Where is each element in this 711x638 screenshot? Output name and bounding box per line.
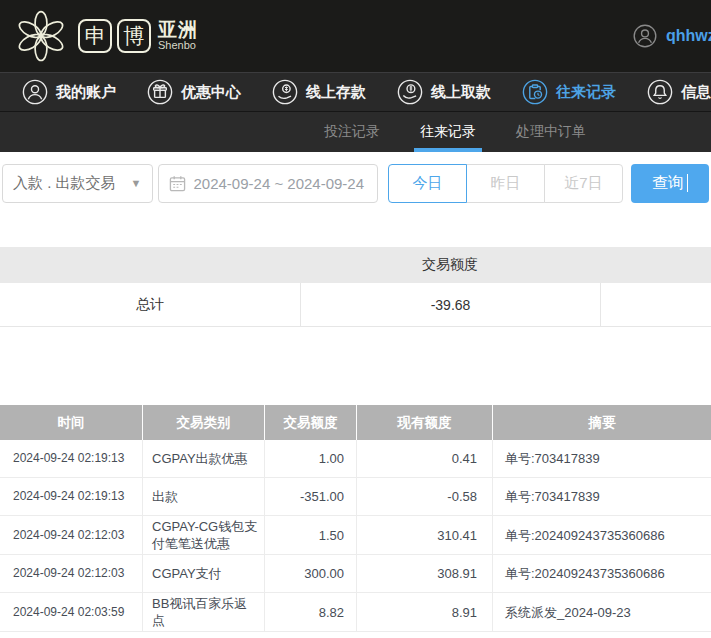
cell-balance: 0.41 xyxy=(357,440,493,478)
gift-icon xyxy=(147,79,173,105)
yesterday-button[interactable]: 昨日 xyxy=(466,164,545,203)
transaction-records-page: 申 博 亚洲 Shenbo qhhwz 我的账户 xyxy=(0,0,711,638)
column-header-time: 时间 xyxy=(0,405,143,440)
summary-table: 交易额度 总计 -39.68 xyxy=(0,247,711,327)
main-navigation: 我的账户 优惠中心 线上存款 xyxy=(0,72,711,112)
cell-time: 2024-09-24 02:19:13 xyxy=(0,440,143,478)
column-header-amount: 交易额度 xyxy=(265,405,357,440)
summary-header-spacer xyxy=(0,247,300,283)
cell-summary: 单号:202409243735360686 xyxy=(493,555,711,593)
tab-betting-records[interactable]: 投注记录 xyxy=(318,112,386,152)
nav-label: 线上存款 xyxy=(306,83,366,102)
logo-char-shen: 申 xyxy=(78,19,112,53)
last-7-days-button[interactable]: 近7日 xyxy=(544,164,623,203)
table-row: 2024-09-24 02:19:13 CGPAY出款优惠 1.00 0.41 … xyxy=(0,440,711,478)
transaction-type-value: 入款 . 出款交易 xyxy=(13,174,116,193)
cell-time: 2024-09-24 02:19:13 xyxy=(0,478,143,516)
logo-char-bo: 博 xyxy=(117,19,151,53)
cell-amount: 300.00 xyxy=(265,555,357,593)
nav-label: 线上取款 xyxy=(431,83,491,102)
summary-header-label: 交易额度 xyxy=(300,247,600,283)
cell-summary: 单号:703417839 xyxy=(493,478,711,516)
cell-balance: 308.91 xyxy=(357,555,493,593)
cell-summary: 系统派发_2024-09-23 xyxy=(493,593,711,632)
sub-navigation: 投注记录 往来记录 处理中订单 xyxy=(0,112,711,152)
nav-label: 往来记录 xyxy=(556,83,616,102)
site-logo[interactable]: 申 博 亚洲 Shenbo xyxy=(14,9,198,63)
nav-label: 信息 xyxy=(681,83,711,102)
cell-type: CGPAY出款优惠 xyxy=(143,440,265,478)
cell-amount: 1.50 xyxy=(265,516,357,555)
logo-subtitle-text: Shenbo xyxy=(158,40,198,52)
cell-balance: 8.91 xyxy=(357,593,493,632)
filter-toolbar: 入款 . 出款交易 ▼ 2024-09-24 ~ 2024-09-24 今日 昨… xyxy=(0,163,711,203)
cell-type: BB视讯百家乐返点 xyxy=(143,593,265,632)
cell-balance: 310.41 xyxy=(357,516,493,555)
cell-summary: 单号:202409243735360686 xyxy=(493,516,711,555)
today-button[interactable]: 今日 xyxy=(388,164,467,203)
top-bar: 申 博 亚洲 Shenbo qhhwz xyxy=(0,0,711,72)
flower-logo-icon xyxy=(14,9,68,63)
bell-icon xyxy=(647,79,673,105)
nav-item-promotions[interactable]: 优惠中心 xyxy=(147,79,241,105)
cell-amount: 1.00 xyxy=(265,440,357,478)
summary-empty-cell xyxy=(600,283,711,326)
cell-amount: -351.00 xyxy=(265,478,357,516)
cell-time: 2024-09-24 02:03:59 xyxy=(0,593,143,632)
date-range-input[interactable]: 2024-09-24 ~ 2024-09-24 xyxy=(158,164,379,203)
table-header-row: 时间 交易类别 交易额度 现有额度 摘要 xyxy=(0,405,711,440)
date-range-value: 2024-09-24 ~ 2024-09-24 xyxy=(194,175,365,192)
quick-date-button-group: 今日 昨日 近7日 xyxy=(388,164,623,203)
summary-total-value: -39.68 xyxy=(300,283,600,326)
logo-region-block: 亚洲 Shenbo xyxy=(158,20,198,51)
nav-item-my-account[interactable]: 我的账户 xyxy=(22,79,116,105)
text-caret xyxy=(687,174,688,192)
nav-item-messages[interactable]: 信息 xyxy=(647,79,711,105)
table-row: 2024-09-24 02:12:03 CGPAY支付 300.00 308.9… xyxy=(0,555,711,593)
logo-characters: 申 博 xyxy=(78,19,151,53)
calendar-icon xyxy=(169,175,186,192)
column-header-type: 交易类别 xyxy=(143,405,265,440)
cell-amount: 8.82 xyxy=(265,593,357,632)
cell-time: 2024-09-24 02:12:03 xyxy=(0,555,143,593)
summary-total-row: 总计 -39.68 xyxy=(0,283,711,327)
clipboard-clock-records-icon xyxy=(522,79,548,105)
nav-label: 我的账户 xyxy=(56,83,116,102)
cell-time: 2024-09-24 02:12:03 xyxy=(0,516,143,555)
coin-hand-withdraw-icon xyxy=(397,79,423,105)
coin-hand-deposit-icon xyxy=(272,79,298,105)
summary-total-label: 总计 xyxy=(0,283,300,326)
cell-summary: 单号:703417839 xyxy=(493,440,711,478)
column-header-balance: 现有额度 xyxy=(357,405,493,440)
tab-transaction-records[interactable]: 往来记录 xyxy=(414,112,482,152)
logo-region-text: 亚洲 xyxy=(158,20,198,40)
transaction-type-select[interactable]: 入款 . 出款交易 ▼ xyxy=(2,164,153,203)
user-circle-icon xyxy=(22,79,48,105)
nav-item-transaction-records[interactable]: 往来记录 xyxy=(522,79,616,105)
user-avatar-icon xyxy=(633,24,657,48)
column-header-summary: 摘要 xyxy=(493,405,711,440)
nav-label: 优惠中心 xyxy=(181,83,241,102)
user-account-area[interactable]: qhhwz xyxy=(633,0,711,72)
cell-type: CGPAY-CG钱包支付笔笔送优惠 xyxy=(143,516,265,555)
username-text[interactable]: qhhwz xyxy=(666,27,711,45)
search-button[interactable]: 查询 xyxy=(631,164,709,203)
table-row: 2024-09-24 02:19:13 出款 -351.00 -0.58 单号:… xyxy=(0,478,711,516)
table-row: 2024-09-24 02:12:03 CGPAY-CG钱包支付笔笔送优惠 1.… xyxy=(0,516,711,555)
summary-header-row: 交易额度 xyxy=(0,247,711,283)
tab-pending-orders[interactable]: 处理中订单 xyxy=(510,112,592,152)
cell-type: 出款 xyxy=(143,478,265,516)
summary-header-spacer xyxy=(600,247,711,283)
search-button-label: 查询 xyxy=(652,173,684,194)
cell-balance: -0.58 xyxy=(357,478,493,516)
cell-type: CGPAY支付 xyxy=(143,555,265,593)
nav-item-online-deposit[interactable]: 线上存款 xyxy=(272,79,366,105)
nav-item-online-withdrawal[interactable]: 线上取款 xyxy=(397,79,491,105)
transactions-table: 时间 交易类别 交易额度 现有额度 摘要 2024-09-24 02:19:13… xyxy=(0,405,711,632)
chevron-down-icon: ▼ xyxy=(131,177,142,189)
table-row: 2024-09-24 02:03:59 BB视讯百家乐返点 8.82 8.91 … xyxy=(0,593,711,632)
